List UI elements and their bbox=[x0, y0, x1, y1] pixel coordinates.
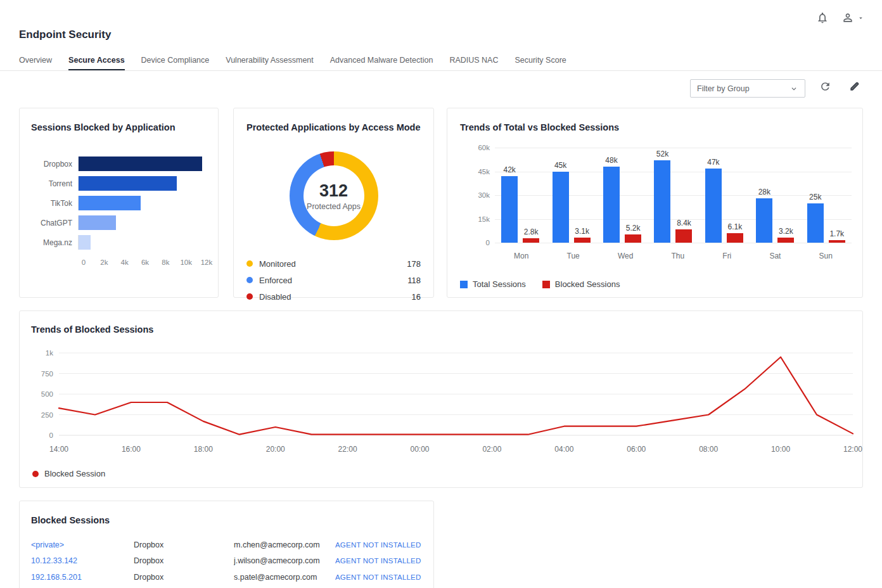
bar-value-label: 52k bbox=[656, 150, 668, 158]
dashboard-page: Endpoint Security OverviewSecure AccessD… bbox=[0, 0, 882, 588]
svg-text:250: 250 bbox=[41, 411, 53, 419]
tab-advanced-malware-detection[interactable]: Advanced Malware Detection bbox=[330, 56, 433, 70]
bar bbox=[829, 240, 845, 243]
hbar-bar bbox=[79, 176, 177, 191]
svg-text:02:00: 02:00 bbox=[482, 445, 501, 454]
hbar-track bbox=[78, 157, 207, 171]
hbar-label: TikTok bbox=[31, 199, 78, 208]
legend-item-monitored: Monitored178 bbox=[246, 255, 421, 272]
legend-item-total-sessions: Total Sessions bbox=[460, 279, 526, 289]
grouped-bar-chart: 60k45k30k15k042k2.8k45k3.1k48k5.2k52k8.4… bbox=[495, 148, 852, 243]
donut-center: 312 Protected Apps bbox=[304, 165, 364, 226]
edit-pencil-icon[interactable] bbox=[849, 80, 860, 92]
bar-value-label: 42k bbox=[504, 165, 516, 174]
legend-item-enforced: Enforced118 bbox=[246, 272, 421, 288]
hbar-row-dropbox: Dropbox bbox=[31, 157, 207, 171]
blocked-bar: 5.2k bbox=[625, 234, 641, 243]
blocked-bar: 6.1k bbox=[727, 233, 743, 243]
y-axis-tick: 15k bbox=[478, 215, 490, 223]
legend-dot bbox=[246, 260, 253, 267]
legend-item-disabled: Disabled16 bbox=[246, 288, 421, 305]
legend-swatch bbox=[460, 281, 468, 288]
legend-label: Monitored bbox=[259, 259, 296, 269]
hbar-x-axis: 02k4k6k8k10k12k bbox=[84, 259, 207, 269]
notifications-bell-icon[interactable] bbox=[816, 11, 829, 24]
bar-group-fri: 47k6.1k bbox=[705, 169, 743, 243]
blocked-session-source-link[interactable]: 192.168.5.201 bbox=[31, 573, 134, 582]
legend-swatch bbox=[542, 281, 550, 288]
blocked-session-source-link[interactable]: <private> bbox=[31, 540, 134, 549]
donut-chart: 312 Protected Apps bbox=[290, 151, 378, 240]
hbar-track bbox=[78, 235, 207, 250]
total-bar: 25k bbox=[807, 203, 824, 243]
tab-secure-access[interactable]: Secure Access bbox=[68, 56, 125, 70]
total-bar: 28k bbox=[756, 198, 772, 243]
hbar-tick: 6k bbox=[141, 259, 149, 266]
agent-status-link[interactable]: AGENT NOT INSTALLED bbox=[335, 557, 422, 565]
tab-security-score[interactable]: Security Score bbox=[514, 56, 566, 70]
donut-center-label: Protected Apps bbox=[307, 202, 361, 211]
legend-dot bbox=[246, 293, 253, 300]
filter-by-group-select[interactable]: Filter by Group bbox=[690, 79, 805, 98]
hbar-bar bbox=[79, 215, 116, 230]
tab-overview[interactable]: Overview bbox=[19, 56, 52, 70]
y-axis-tick: 0 bbox=[486, 239, 490, 246]
bar bbox=[777, 238, 794, 243]
user-account-icon[interactable] bbox=[841, 11, 864, 24]
tab-radius-nac[interactable]: RADIUS NAC bbox=[449, 56, 498, 70]
agent-status-link[interactable]: AGENT NOT INSTALLED bbox=[335, 573, 422, 581]
total-bar: 42k bbox=[501, 176, 518, 243]
card-protected-applications: Protected Applications by Access Mode 31… bbox=[233, 108, 434, 298]
svg-text:14:00: 14:00 bbox=[49, 445, 68, 454]
blocked-bar: 3.1k bbox=[574, 238, 591, 243]
table-row: 10.12.70.56Dropboxa.kim@acmecorp.comAGEN… bbox=[31, 585, 422, 588]
table-row: 192.168.5.201Dropboxs.patel@acmecorp.com… bbox=[31, 569, 422, 585]
bar bbox=[654, 160, 670, 243]
total-bar: 45k bbox=[553, 172, 569, 243]
total-bar: 48k bbox=[603, 167, 620, 243]
chevron-down-icon bbox=[789, 84, 798, 93]
hbar-tick: 4k bbox=[121, 259, 129, 266]
blocked-bar: 8.4k bbox=[675, 229, 692, 243]
bar bbox=[501, 176, 518, 243]
line-chart: 1k750500250014:0016:0018:0020:0022:0000:… bbox=[20, 311, 864, 463]
agent-status-link[interactable]: AGENT NOT INSTALLED bbox=[335, 541, 422, 549]
blocked-sessions-table: <private>Dropboxm.chen@acmecorp.comAGENT… bbox=[31, 537, 422, 588]
total-bar: 47k bbox=[705, 169, 722, 243]
bar-value-label: 48k bbox=[605, 156, 617, 165]
hbar-label: Torrent bbox=[31, 179, 78, 188]
blocked-session-source-link[interactable]: 10.12.33.142 bbox=[31, 556, 134, 565]
bar-value-label: 3.2k bbox=[779, 227, 793, 236]
bar-group-sat: 28k3.2k bbox=[756, 198, 794, 243]
bar bbox=[675, 229, 692, 243]
blocked-bar: 1.7k bbox=[829, 240, 845, 243]
total-bar: 52k bbox=[654, 160, 670, 243]
donut-center-value: 312 bbox=[319, 181, 348, 201]
bar-group-tue: 45k3.1k bbox=[553, 172, 591, 243]
page-title: Endpoint Security bbox=[19, 29, 111, 41]
hbar-track bbox=[78, 196, 207, 210]
y-axis-tick: 45k bbox=[478, 168, 490, 176]
svg-text:500: 500 bbox=[41, 390, 53, 398]
bar-value-label: 3.1k bbox=[575, 227, 589, 236]
bar bbox=[603, 167, 620, 243]
hbar-tick: 10k bbox=[180, 259, 192, 266]
bar-group-thu: 52k8.4k bbox=[654, 160, 692, 243]
bar bbox=[807, 203, 824, 243]
hbar-chart: DropboxTorrentTikTokChatGPTMega.nz 02k4k… bbox=[31, 157, 207, 269]
svg-text:1k: 1k bbox=[46, 349, 53, 357]
gridline bbox=[495, 243, 852, 243]
svg-text:20:00: 20:00 bbox=[266, 445, 285, 454]
tab-vulnerability-assessment[interactable]: Vulnerability Assessment bbox=[226, 56, 314, 70]
bar bbox=[727, 233, 743, 243]
svg-text:06:00: 06:00 bbox=[627, 445, 646, 454]
legend-item-blocked-sessions: Blocked Sessions bbox=[542, 279, 620, 289]
tab-device-compliance[interactable]: Device Compliance bbox=[141, 56, 210, 70]
legend-dot bbox=[246, 277, 253, 283]
svg-text:04:00: 04:00 bbox=[554, 445, 573, 454]
bar-groups: 42k2.8k45k3.1k48k5.2k52k8.4k47k6.1k28k3.… bbox=[495, 148, 852, 243]
refresh-icon[interactable] bbox=[819, 80, 831, 93]
table-row: <private>Dropboxm.chen@acmecorp.comAGENT… bbox=[31, 537, 422, 553]
x-axis-label: Sun bbox=[819, 252, 833, 260]
card-sessions-blocked-by-application: Sessions Blocked by Application DropboxT… bbox=[19, 108, 219, 298]
